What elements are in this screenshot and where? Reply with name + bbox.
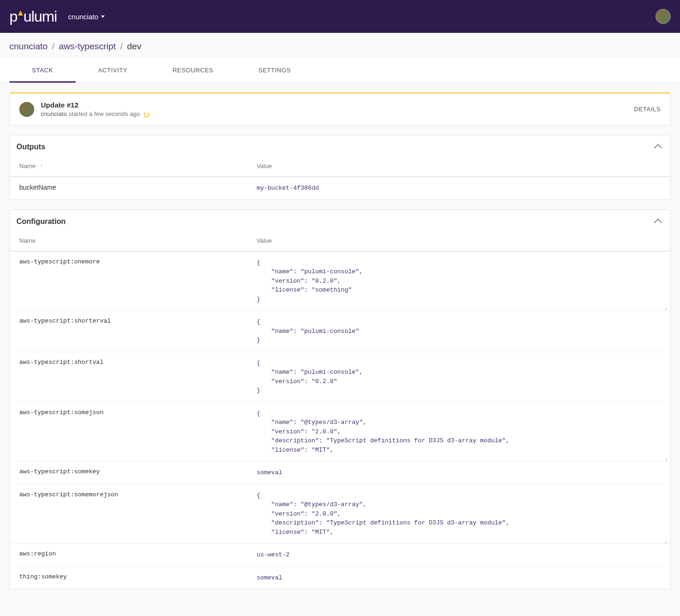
config-card: Configuration Name Value aws-typescript:… bbox=[9, 209, 671, 590]
config-value: { "name": "@types/d3-array", "version": … bbox=[256, 409, 661, 455]
update-card: Update #12 cnunciato started a few secon… bbox=[9, 92, 671, 125]
chevron-up-icon bbox=[654, 144, 662, 152]
update-user[interactable]: cnunciato bbox=[41, 110, 67, 117]
breadcrumb: cnunciato / aws-typescript / dev bbox=[0, 33, 680, 58]
config-name: aws-typescript:somemorejson bbox=[19, 491, 256, 498]
resize-handle-icon[interactable] bbox=[663, 537, 667, 541]
logo-dot-icon: ▲ bbox=[16, 8, 24, 18]
config-value: someval bbox=[256, 468, 661, 477]
config-value: { "name": "pulumi-console", "version": "… bbox=[256, 258, 661, 304]
config-row: aws-typescript:onemore{ "name": "pulumi-… bbox=[10, 251, 670, 311]
config-value: someval bbox=[256, 573, 661, 583]
tab-resources[interactable]: RESOURCES bbox=[150, 58, 236, 83]
outputs-title: Outputs bbox=[16, 143, 45, 151]
resize-handle-icon[interactable] bbox=[663, 304, 667, 308]
tabs: STACKACTIVITYRESOURCESSETTINGS bbox=[0, 58, 680, 83]
outputs-col-name[interactable]: Name ↑ bbox=[19, 162, 256, 169]
config-col-value[interactable]: Value bbox=[256, 237, 661, 244]
tab-activity[interactable]: ACTIVITY bbox=[76, 58, 150, 83]
config-value: { "name": "pulumi-console", "version": "… bbox=[256, 359, 661, 395]
content: Update #12 cnunciato started a few secon… bbox=[0, 92, 680, 599]
config-name: aws-typescript:onemore bbox=[19, 258, 256, 265]
caret-down-icon bbox=[101, 15, 105, 18]
config-name: aws-typescript:somejson bbox=[19, 409, 256, 416]
outputs-col-value[interactable]: Value bbox=[256, 162, 661, 169]
outputs-header[interactable]: Outputs bbox=[10, 135, 670, 156]
output-value: my-bucket-4f386dd bbox=[256, 184, 661, 193]
config-name: aws-typescript:somekey bbox=[19, 468, 256, 475]
config-row: aws-typescript:somekeysomeval bbox=[10, 461, 670, 484]
user-avatar[interactable] bbox=[656, 9, 671, 24]
details-link[interactable]: DETAILS bbox=[634, 106, 661, 113]
config-name: aws:region bbox=[19, 550, 256, 557]
config-row: aws-typescript:shorterval{ "name": "pulu… bbox=[10, 310, 670, 352]
config-value: { "name": "@types/d3-array", "version": … bbox=[256, 491, 661, 537]
config-value: us-west-2 bbox=[256, 550, 661, 560]
tab-stack[interactable]: STACK bbox=[9, 58, 76, 83]
config-row: aws:regionus-west-2 bbox=[10, 543, 670, 566]
breadcrumb-sep: / bbox=[120, 41, 123, 51]
update-rest: started a few seconds ago bbox=[67, 110, 140, 117]
resize-handle-icon[interactable] bbox=[663, 454, 667, 459]
config-row: thing:somekeysomeval bbox=[10, 566, 670, 589]
org-name: cnunciato bbox=[68, 13, 98, 21]
breadcrumb-org[interactable]: cnunciato bbox=[9, 41, 47, 51]
breadcrumb-stack: dev bbox=[127, 41, 141, 51]
config-table-header: Name Value bbox=[10, 231, 670, 251]
config-name: aws-typescript:shorterval bbox=[19, 317, 256, 324]
org-dropdown[interactable]: cnunciato bbox=[68, 13, 105, 21]
top-header: p▲ulumi cnunciato bbox=[0, 0, 680, 33]
outputs-card: Outputs Name ↑ Value bucketNamemy-bucket… bbox=[9, 135, 671, 200]
config-row: aws-typescript:shortval{ "name": "pulumi… bbox=[10, 352, 670, 402]
sort-asc-icon: ↑ bbox=[40, 163, 43, 169]
config-title: Configuration bbox=[16, 217, 66, 226]
config-row: aws-typescript:somemorejson{ "name": "@t… bbox=[10, 484, 670, 544]
header-left: p▲ulumi cnunciato bbox=[9, 8, 105, 25]
output-name: bucketName bbox=[19, 184, 256, 191]
config-value: { "name": "pulumi-console" } bbox=[256, 317, 661, 345]
spinner-icon bbox=[144, 112, 149, 117]
update-avatar bbox=[19, 102, 34, 117]
tab-settings[interactable]: SETTINGS bbox=[236, 58, 313, 83]
pulumi-logo[interactable]: p▲ulumi bbox=[9, 8, 57, 25]
breadcrumb-sep: / bbox=[52, 41, 54, 51]
chevron-up-icon bbox=[654, 218, 662, 226]
config-header[interactable]: Configuration bbox=[10, 210, 670, 231]
config-row: aws-typescript:somejson{ "name": "@types… bbox=[10, 402, 670, 462]
update-title: Update #12 bbox=[41, 101, 149, 109]
outputs-table-header: Name ↑ Value bbox=[10, 156, 670, 177]
breadcrumb-project[interactable]: aws-typescript bbox=[59, 41, 116, 51]
config-name: aws-typescript:shortval bbox=[19, 359, 256, 366]
update-left: Update #12 cnunciato started a few secon… bbox=[19, 101, 149, 117]
config-name: thing:somekey bbox=[19, 573, 256, 580]
outputs-row: bucketNamemy-bucket-4f386dd bbox=[10, 177, 670, 200]
update-meta: cnunciato started a few seconds ago bbox=[41, 110, 149, 117]
config-col-name[interactable]: Name bbox=[19, 237, 256, 244]
